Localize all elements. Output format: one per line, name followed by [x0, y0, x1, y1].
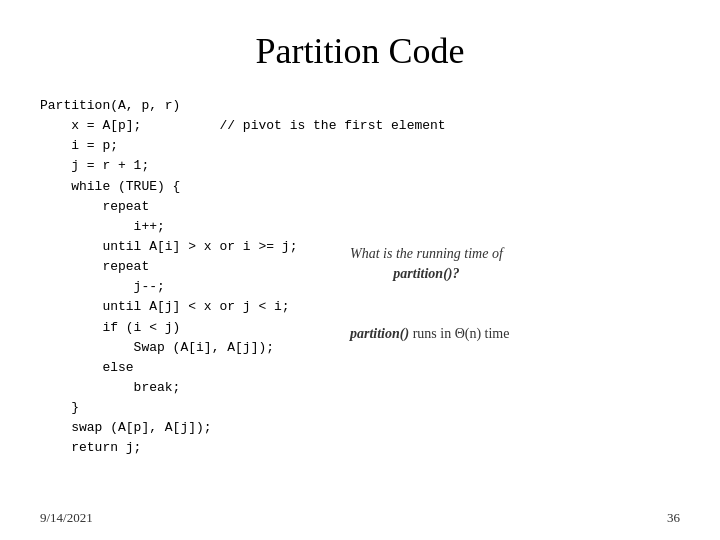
- annotation-answer-func: partition(): [350, 326, 409, 341]
- slide: Partition Code Partition(A, p, r) x = A[…: [0, 0, 720, 540]
- annotation-answer-middle: runs in: [409, 326, 455, 341]
- annotation-question: What is the running time of partition()?: [350, 244, 503, 283]
- code-area: Partition(A, p, r) x = A[p]; // pivot is…: [40, 96, 680, 459]
- footer-date: 9/14/2021: [40, 510, 93, 526]
- annotation-answer-suffix: time: [481, 326, 509, 341]
- annotation-answer-theta: Θ(n): [455, 326, 481, 341]
- footer: 9/14/2021 36: [40, 510, 680, 526]
- annotation-question-func: partition()?: [393, 266, 459, 281]
- annotation-question-text: What is the running time of: [350, 246, 503, 261]
- annotation-answer: partition() runs in Θ(n) time: [350, 324, 509, 344]
- slide-title: Partition Code: [40, 30, 680, 72]
- footer-page: 36: [667, 510, 680, 526]
